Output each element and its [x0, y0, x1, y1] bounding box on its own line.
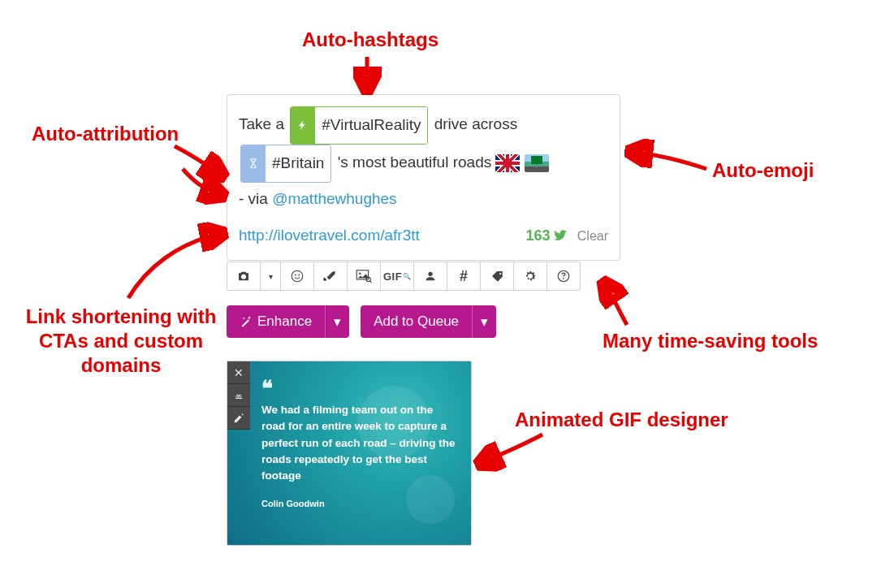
- enhance-button[interactable]: Enhance: [227, 305, 325, 338]
- person-icon[interactable]: [413, 262, 447, 291]
- uk-flag-emoji: [495, 154, 520, 172]
- tag-icon[interactable]: [480, 262, 514, 291]
- help-icon[interactable]: [547, 262, 581, 291]
- annotation-auto-emoji: Auto-emoji: [712, 158, 814, 183]
- wand-icon: [240, 315, 253, 328]
- add-to-queue-button[interactable]: Add to Queue: [361, 305, 472, 338]
- annotation-link-shortening: Link shortening with CTAs and custom dom…: [25, 305, 217, 378]
- svg-point-0: [292, 270, 303, 282]
- shortened-url[interactable]: http://ilovetravel.com/afr3tt: [239, 219, 420, 253]
- camera-dropdown-icon[interactable]: ▾: [260, 262, 281, 291]
- compose-text: drive across: [434, 115, 517, 132]
- compose-box[interactable]: Take a #VirtualReality drive across #Bri…: [227, 94, 620, 261]
- annotation-auto-hashtags: Auto-hashtags: [302, 28, 438, 52]
- queue-label: Add to Queue: [374, 313, 459, 330]
- camera-icon[interactable]: [227, 262, 261, 291]
- annotation-gif-designer: Animated GIF designer: [515, 408, 728, 432]
- clear-button[interactable]: Clear: [577, 229, 608, 243]
- emoji-icon[interactable]: [280, 262, 314, 291]
- hourglass-icon: [241, 145, 266, 182]
- svg-point-2: [298, 275, 300, 276]
- svg-point-4: [359, 273, 361, 275]
- bolt-icon: [291, 107, 315, 144]
- edit-icon[interactable]: [227, 407, 250, 430]
- hashtag-tag-britain[interactable]: #Britain: [240, 145, 331, 183]
- gif-side-buttons: ✕: [227, 361, 250, 430]
- compose-text: Take a: [239, 115, 288, 132]
- hashtag-label: #VirtualReality: [315, 107, 427, 144]
- annotation-auto-attribution: Auto-attribution: [32, 122, 179, 146]
- gif-quote-author: Colin Goodwin: [261, 499, 456, 508]
- enhance-dropdown[interactable]: ▾: [325, 305, 349, 338]
- download-icon[interactable]: [227, 384, 250, 407]
- brush-icon[interactable]: [313, 262, 348, 291]
- compose-text: 's most beautiful roads: [338, 153, 496, 171]
- enhance-label: Enhance: [257, 313, 312, 330]
- char-counter: 163: [525, 220, 568, 252]
- motorway-emoji: [525, 154, 549, 172]
- compose-toolbar: ▾ GIF🔍 #: [227, 262, 581, 291]
- image-search-icon[interactable]: [347, 262, 381, 291]
- enhance-button-group: Enhance ▾: [227, 305, 349, 338]
- gif-quote-text: We had a filming team out on the road fo…: [261, 402, 456, 484]
- action-buttons: Enhance ▾ Add to Queue ▾: [227, 305, 496, 338]
- char-count-value: 163: [525, 220, 550, 252]
- gear-icon[interactable]: [513, 262, 547, 291]
- hashtag-icon[interactable]: #: [447, 262, 481, 291]
- twitter-icon: [553, 228, 568, 243]
- annotation-many-tools: Many time-saving tools: [603, 329, 818, 353]
- queue-dropdown[interactable]: ▾: [472, 305, 496, 338]
- gif-quote: ❝ We had a filming team out on the road …: [261, 384, 456, 508]
- queue-button-group: Add to Queue ▾: [361, 305, 496, 338]
- gif-preview-card[interactable]: ✕ ❝ We had a filming team out on the roa…: [227, 361, 472, 546]
- hashtag-tag-virtualreality[interactable]: #VirtualReality: [290, 106, 428, 145]
- close-icon[interactable]: ✕: [227, 361, 250, 384]
- gif-icon[interactable]: GIF🔍: [380, 262, 414, 291]
- svg-point-1: [295, 275, 296, 276]
- quote-mark-icon: ❝: [261, 376, 273, 400]
- hashtag-label: #Britain: [266, 145, 330, 182]
- mention-link[interactable]: @matthewhughes: [272, 190, 396, 207]
- via-prefix: - via: [239, 190, 272, 207]
